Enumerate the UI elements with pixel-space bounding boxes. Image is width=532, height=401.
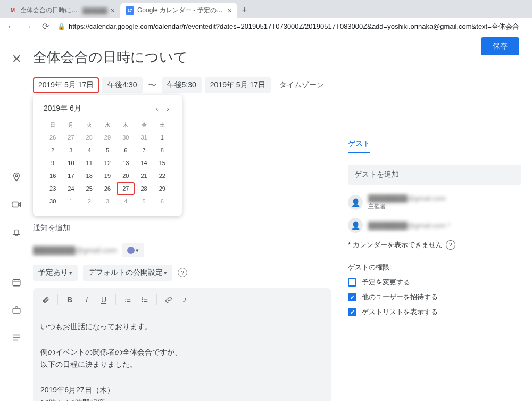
calendar-day[interactable]: 7 (135, 144, 153, 157)
calendar-icon[interactable] (10, 276, 23, 289)
calendar-dow: 金 (135, 119, 153, 131)
video-icon[interactable] (10, 198, 23, 211)
end-date-chip[interactable]: 2019年 5月 17日 (205, 77, 271, 93)
checkbox[interactable] (348, 278, 356, 287)
calendar-day[interactable]: 27 (62, 131, 80, 144)
guests-tab[interactable]: ゲスト (348, 139, 370, 153)
calendar-day[interactable]: 11 (80, 157, 98, 169)
svg-point-0 (15, 175, 18, 177)
calendar-day[interactable]: 5 (135, 195, 153, 208)
start-time-chip[interactable]: 午後4:30 (102, 77, 142, 93)
calendar-day[interactable]: 6 (117, 144, 135, 157)
visibility-dropdown[interactable]: デフォルトの公開設定 ▾ (83, 265, 172, 281)
calendar-day[interactable]: 20 (117, 169, 135, 182)
chevron-down-icon: ▾ (69, 269, 72, 276)
calendar-dow: 月 (62, 119, 80, 131)
forward-button[interactable]: → (23, 22, 33, 31)
notification-icon[interactable] (10, 226, 23, 239)
bold-icon[interactable]: B (62, 292, 77, 307)
help-icon[interactable]: ? (178, 268, 187, 277)
permission-label: 予定を変更する (362, 277, 410, 287)
calendar-day[interactable]: 27 (117, 182, 135, 195)
end-time-chip[interactable]: 午後5:30 (162, 77, 202, 93)
checkbox[interactable]: ✓ (348, 308, 356, 316)
location-icon[interactable] (10, 170, 23, 183)
next-month-button[interactable]: › (164, 103, 171, 114)
clear-format-icon[interactable] (178, 292, 193, 307)
calendar-day[interactable]: 30 (44, 195, 62, 208)
add-guest-input[interactable]: ゲストを追加 (348, 165, 521, 185)
numbered-list-icon[interactable] (120, 292, 135, 307)
new-tab-button[interactable]: + (237, 3, 252, 18)
event-color-picker[interactable]: ▾ (122, 243, 144, 257)
description-icon[interactable] (10, 331, 23, 344)
calendar-day[interactable]: 30 (117, 131, 135, 144)
description-text[interactable]: いつもお世話になっております。 例のイベントの関係者の全体会合ですが、 以下の日… (33, 312, 331, 401)
tab-close-icon[interactable]: × (228, 6, 232, 15)
calendar-day[interactable]: 17 (62, 169, 80, 182)
calendar-day[interactable]: 25 (80, 182, 98, 195)
calendar-day[interactable]: 28 (80, 131, 98, 144)
calendar-day[interactable]: 19 (98, 169, 117, 182)
calendar-day[interactable]: 1 (153, 131, 171, 144)
calendar-day[interactable]: 29 (153, 182, 171, 195)
checkbox[interactable]: ✓ (348, 293, 356, 301)
calendar-day[interactable]: 22 (153, 169, 171, 182)
calendar-day[interactable]: 16 (44, 169, 62, 182)
browser-tab-strip: M 全体会合の日時について - ██████ × 17 Google カレンダー… (0, 0, 532, 18)
visibility-row: 予定あり ▾ デフォルトの公開設定 ▾ ? (33, 265, 331, 281)
calendar-day[interactable]: 8 (153, 144, 171, 157)
calendar-day[interactable]: 28 (135, 182, 153, 195)
calendar-day[interactable]: 15 (153, 157, 171, 169)
calendar-day[interactable]: 24 (62, 182, 80, 195)
calendar-day[interactable]: 2 (80, 195, 98, 208)
add-notification-link[interactable]: 通知を追加 (33, 223, 331, 233)
link-icon[interactable] (161, 292, 176, 307)
calendar-day[interactable]: 6 (153, 195, 171, 208)
calendar-day[interactable]: 1 (62, 195, 80, 208)
permissions-header: ゲストの権限: (348, 263, 521, 272)
calendar-day[interactable]: 5 (98, 144, 117, 157)
calendar-day[interactable]: 21 (135, 169, 153, 182)
availability-dropdown[interactable]: 予定あり ▾ (33, 265, 78, 281)
calendar-day[interactable]: 26 (98, 182, 117, 195)
svg-point-6 (142, 301, 143, 302)
bullet-list-icon[interactable] (137, 292, 152, 307)
toolbar-separator (156, 294, 157, 305)
calendar-day[interactable]: 4 (117, 195, 135, 208)
briefcase-icon[interactable] (10, 304, 23, 316)
calendar-day[interactable]: 9 (44, 157, 62, 169)
availability-label: 予定あり (38, 268, 68, 277)
calendar-day[interactable]: 23 (44, 182, 62, 195)
calendar-day[interactable]: 13 (117, 157, 135, 169)
browser-tab-gmail[interactable]: M 全体会合の日時について - ██████ × (3, 3, 120, 18)
help-icon[interactable]: ? (446, 240, 455, 250)
toolbar-separator (57, 294, 58, 305)
calendar-day[interactable]: 18 (80, 169, 98, 182)
url-box[interactable]: 🔒 https://calendar.google.com/calendar/r… (57, 22, 526, 31)
event-title[interactable]: 全体会合の日時について (33, 48, 331, 67)
start-date-chip[interactable]: 2019年 5月 17日 (33, 77, 99, 93)
calendar-day[interactable]: 10 (62, 157, 80, 169)
timezone-link[interactable]: タイムゾーン (279, 80, 324, 90)
back-button[interactable]: ← (6, 22, 16, 31)
save-button[interactable]: 保存 (481, 37, 519, 55)
italic-icon[interactable]: I (79, 292, 94, 307)
browser-tab-calendar[interactable]: 17 Google カレンダー - 予定の詳細 × (120, 3, 237, 18)
attach-icon[interactable] (38, 292, 53, 307)
calendar-day[interactable]: 31 (135, 131, 153, 144)
calendar-day[interactable]: 3 (98, 195, 117, 208)
prev-month-button[interactable]: ‹ (154, 103, 161, 114)
underline-icon[interactable]: U (96, 292, 111, 307)
calendar-day[interactable]: 29 (98, 131, 117, 144)
calendar-day[interactable]: 2 (44, 144, 62, 157)
calendar-day[interactable]: 14 (135, 157, 153, 169)
calendar-day[interactable]: 3 (62, 144, 80, 157)
close-editor-button[interactable]: ✕ (12, 52, 21, 66)
calendar-day[interactable]: 4 (80, 144, 98, 157)
calendar-day[interactable]: 26 (44, 131, 62, 144)
calendar-day[interactable]: 12 (98, 157, 117, 169)
tab-close-icon[interactable]: × (111, 6, 115, 15)
tab-title: 全体会合の日時について - (20, 6, 79, 15)
reload-button[interactable]: ⟳ (40, 21, 50, 31)
